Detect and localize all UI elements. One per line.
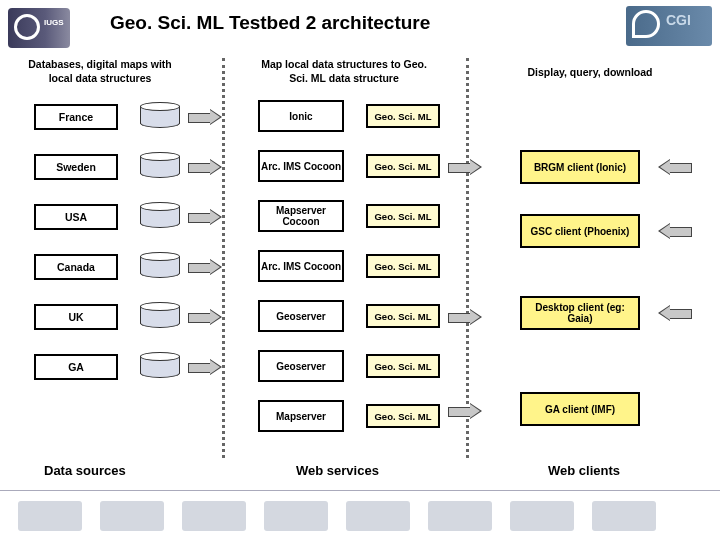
source-sweden: Sweden [34, 154, 118, 180]
database-icon [140, 102, 180, 128]
database-icon [140, 302, 180, 328]
arrow-right-icon [448, 310, 482, 324]
geosciml-output: Geo. Sci. ML [366, 104, 440, 128]
source-usa: USA [34, 204, 118, 230]
database-icon [140, 352, 180, 378]
client-ga-imf: GA client (IMF) [520, 392, 640, 426]
service-mapserver-cocoon: Mapserver Cocoon [258, 200, 344, 232]
section-label-clients: Web clients [548, 463, 620, 478]
client-desktop: Desktop client (eg: Gaia) [520, 296, 640, 330]
footer-logos [0, 490, 720, 540]
column-header-clients: Display, query, download [520, 66, 660, 80]
geosciml-output: Geo. Sci. ML [366, 404, 440, 428]
arrow-right-icon [188, 110, 222, 124]
database-icon [140, 202, 180, 228]
section-label-sources: Data sources [44, 463, 126, 478]
geosciml-output: Geo. Sci. ML [366, 304, 440, 328]
source-ga: GA [34, 354, 118, 380]
database-icon [140, 252, 180, 278]
geosciml-output: Geo. Sci. ML [366, 354, 440, 378]
geosciml-output: Geo. Sci. ML [366, 254, 440, 278]
database-icon [140, 152, 180, 178]
partner-logo [100, 501, 164, 531]
client-brgm: BRGM client (Ionic) [520, 150, 640, 184]
service-geoserver: Geoserver [258, 350, 344, 382]
service-arcims-cocoon: Arc. IMS Cocoon [258, 150, 344, 182]
column-header-services: Map local data structures to Geo. Sci. M… [254, 58, 434, 85]
logo-cgi: CGI [626, 6, 712, 46]
header: IUGS Geo. Sci. ML Testbed 2 architecture… [0, 0, 720, 52]
source-canada: Canada [34, 254, 118, 280]
service-mapserver: Mapserver [258, 400, 344, 432]
arrow-right-icon [448, 404, 482, 418]
geosciml-output: Geo. Sci. ML [366, 204, 440, 228]
partner-logo [510, 501, 574, 531]
partner-logo [18, 501, 82, 531]
arrow-left-icon [658, 306, 692, 320]
arrow-right-icon [188, 360, 222, 374]
service-geoserver: Geoserver [258, 300, 344, 332]
service-arcims-cocoon: Arc. IMS Cocoon [258, 250, 344, 282]
column-header-sources: Databases, digital maps with local data … [20, 58, 180, 85]
logo-iugs: IUGS [8, 8, 70, 48]
arrow-right-icon [188, 260, 222, 274]
service-ionic: Ionic [258, 100, 344, 132]
arrow-right-icon [188, 310, 222, 324]
partner-logo [264, 501, 328, 531]
geosciml-output: Geo. Sci. ML [366, 154, 440, 178]
arrow-left-icon [658, 160, 692, 174]
client-gsc: GSC client (Phoenix) [520, 214, 640, 248]
source-france: France [34, 104, 118, 130]
arrow-right-icon [188, 210, 222, 224]
diagram-stage: Databases, digital maps with local data … [0, 52, 720, 482]
partner-logo [592, 501, 656, 531]
arrow-right-icon [188, 160, 222, 174]
arrow-right-icon [448, 160, 482, 174]
column-divider [222, 58, 225, 458]
section-label-services: Web services [296, 463, 379, 478]
partner-logo [346, 501, 410, 531]
arrow-left-icon [658, 224, 692, 238]
page-title: Geo. Sci. ML Testbed 2 architecture [110, 12, 430, 34]
column-divider [466, 58, 469, 458]
partner-logo [182, 501, 246, 531]
source-uk: UK [34, 304, 118, 330]
partner-logo [428, 501, 492, 531]
